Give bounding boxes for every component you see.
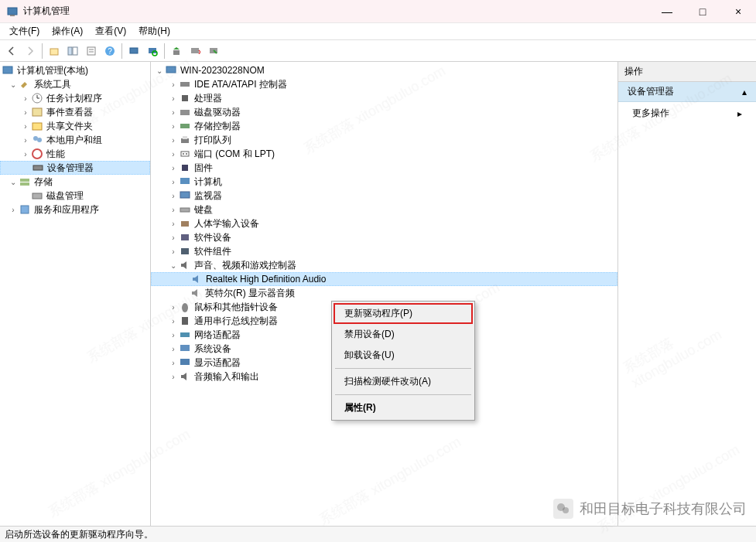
tree-storage[interactable]: ⌄ 存储 (0, 175, 150, 189)
device-sw-dev[interactable]: ›软件设备 (151, 230, 617, 244)
tree-performance[interactable]: › 性能 (0, 147, 150, 161)
expand-icon[interactable]: › (168, 176, 179, 187)
disable-button[interactable] (205, 43, 222, 60)
close-button[interactable]: × (720, 0, 756, 23)
device-mgr-icon (32, 162, 44, 174)
device-print[interactable]: ›打印队列 (151, 133, 617, 147)
device-ide[interactable]: ›IDE ATA/ATAPI 控制器 (151, 77, 617, 91)
menu-view[interactable]: 查看(V) (89, 23, 132, 39)
show-hide-tree-button[interactable] (64, 43, 81, 60)
expand-icon[interactable]: › (168, 302, 179, 312)
tree-task-scheduler[interactable]: › 任务计划程序 (0, 91, 150, 105)
device-button[interactable] (125, 43, 142, 60)
actions-section[interactable]: 设备管理器 ▴ (618, 82, 756, 102)
back-button[interactable] (3, 43, 20, 60)
device-computer[interactable]: ›计算机 (151, 175, 617, 189)
svg-rect-37 (183, 136, 187, 139)
device-cpu[interactable]: ›处理器 (151, 91, 617, 105)
tree-local-users[interactable]: › 本地用户和组 (0, 133, 150, 147)
forward-button[interactable] (22, 43, 39, 60)
tree-disk-mgmt[interactable]: 磁盘管理 (0, 189, 150, 203)
minimize-button[interactable]: — (649, 0, 685, 23)
device-root[interactable]: ⌄ WIN-20230228NOM (151, 63, 617, 77)
expand-icon[interactable]: › (168, 121, 179, 131)
device-hid[interactable]: ›人体学输入设备 (151, 216, 617, 230)
ctx-uninstall-device[interactable]: 卸载设备(U) (334, 345, 473, 366)
expand-icon[interactable]: › (168, 218, 179, 229)
collapse-icon[interactable]: ⌄ (8, 176, 19, 187)
ctx-scan-hardware[interactable]: 扫描检测硬件改动(A) (334, 371, 473, 392)
device-sound[interactable]: ⌄声音、视频和游戏控制器 (151, 258, 617, 272)
menu-action[interactable]: 操作(A) (46, 23, 89, 39)
navigation-tree[interactable]: 计算机管理(本地) ⌄ 系统工具 › 任务计划程序 › 事件查看器 › 共享文件… (0, 62, 151, 526)
tree-services[interactable]: › 服务和应用程序 (0, 203, 150, 216)
uninstall-button[interactable]: × (186, 43, 204, 60)
expand-icon[interactable]: › (168, 232, 179, 243)
expand-icon[interactable]: › (20, 121, 31, 131)
svg-rect-50 (180, 332, 190, 337)
device-intel-audio[interactable]: 英特尔(R) 显示器音频 (151, 286, 617, 300)
svg-rect-31 (166, 66, 176, 73)
device-sw-comp[interactable]: ›软件组件 (151, 244, 617, 258)
expand-icon[interactable]: › (8, 204, 19, 215)
menu-file[interactable]: 文件(F) (3, 23, 46, 39)
maximize-button[interactable]: □ (685, 0, 720, 23)
mouse-icon (179, 301, 191, 313)
device-firmware[interactable]: ›固件 (151, 161, 617, 175)
device-storage-ctrl[interactable]: ›存储控制器 (151, 119, 617, 133)
device-ports[interactable]: ›端口 (COM 和 LPT) (151, 147, 617, 161)
svg-rect-5 (87, 47, 95, 55)
device-disk[interactable]: ›磁盘驱动器 (151, 105, 617, 119)
expand-icon[interactable]: › (20, 135, 31, 145)
ctx-disable-device[interactable]: 禁用设备(D) (334, 324, 473, 345)
expand-icon[interactable]: › (168, 135, 179, 145)
port-icon (179, 148, 191, 160)
device-monitor[interactable]: ›监视器 (151, 189, 617, 203)
expand-icon[interactable]: › (168, 343, 179, 354)
more-actions-link[interactable]: 更多操作 ▸ (618, 102, 756, 124)
ctx-properties[interactable]: 属性(R) (334, 397, 473, 418)
expand-icon[interactable]: › (168, 162, 179, 173)
tree-shared-folders[interactable]: › 共享文件夹 (0, 119, 150, 133)
tree-root[interactable]: 计算机管理(本地) (0, 63, 150, 77)
network-icon (179, 329, 191, 341)
update-driver-button[interactable] (168, 43, 185, 60)
collapse-icon[interactable]: ⌄ (154, 65, 165, 76)
properties-button[interactable] (83, 43, 100, 60)
tree-label: 端口 (COM 和 LPT) (194, 148, 275, 161)
tree-label: IDE ATA/ATAPI 控制器 (194, 78, 287, 91)
collapse-icon[interactable]: ⌄ (8, 79, 19, 90)
device-tree[interactable]: ⌄ WIN-20230228NOM ›IDE ATA/ATAPI 控制器 ›处理… (151, 62, 618, 526)
help-button[interactable]: ? (101, 43, 118, 60)
device-realtek[interactable]: Realtek High Definition Audio (151, 272, 617, 286)
menu-help[interactable]: 帮助(H) (132, 23, 176, 39)
expand-icon[interactable]: › (168, 371, 179, 382)
expand-icon[interactable]: › (168, 107, 179, 118)
expand-icon[interactable]: › (168, 148, 179, 159)
chip-icon (179, 162, 191, 174)
svg-point-40 (186, 153, 187, 155)
expand-icon[interactable]: › (168, 315, 179, 326)
expand-icon[interactable]: › (168, 329, 179, 340)
computer-mgmt-icon (2, 64, 14, 77)
expand-icon[interactable]: › (168, 204, 179, 215)
tree-system-tools[interactable]: ⌄ 系统工具 (0, 77, 150, 91)
collapse-icon[interactable]: ⌄ (168, 260, 179, 271)
expand-icon[interactable]: › (168, 93, 179, 104)
expand-icon[interactable]: › (168, 190, 179, 201)
scan-button[interactable] (144, 43, 161, 60)
speaker-icon (190, 287, 202, 299)
users-icon (31, 134, 43, 146)
expand-icon[interactable]: › (20, 93, 31, 104)
expand-icon[interactable]: › (168, 79, 179, 90)
tree-device-manager[interactable]: 设备管理器 (0, 161, 150, 175)
up-button[interactable] (46, 43, 63, 60)
expand-icon[interactable]: › (20, 107, 31, 118)
tree-event-viewer[interactable]: › 事件查看器 (0, 105, 150, 119)
expand-icon[interactable]: › (168, 357, 179, 368)
device-keyboard[interactable]: ›键盘 (151, 203, 617, 216)
expand-icon[interactable]: › (20, 148, 31, 159)
tree-label: 处理器 (194, 92, 222, 105)
expand-icon[interactable]: › (168, 246, 179, 257)
ctx-update-driver[interactable]: 更新驱动程序(P) (334, 303, 473, 324)
